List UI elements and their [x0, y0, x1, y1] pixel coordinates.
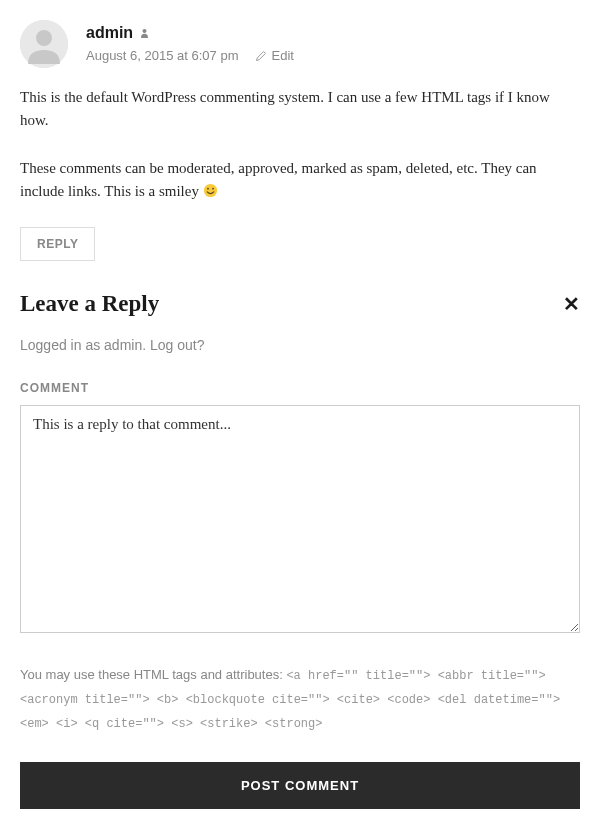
logout-link[interactable]: Log out?	[150, 337, 205, 353]
close-icon[interactable]: ✕	[563, 294, 580, 314]
post-comment-button[interactable]: POST COMMENT	[20, 762, 580, 809]
svg-point-4	[207, 187, 209, 189]
reply-title-row: Leave a Reply ✕	[20, 291, 580, 317]
allowed-tags-note: You may use these HTML tags and attribut…	[20, 663, 580, 736]
logged-in-prefix: Logged in as	[20, 337, 104, 353]
person-icon	[20, 20, 68, 68]
comment-textarea[interactable]: This is a reply to that comment...	[20, 405, 580, 633]
logged-in-status: Logged in as admin. Log out?	[20, 337, 580, 353]
comment-paragraph: These comments can be moderated, approve…	[20, 157, 580, 204]
edit-label[interactable]: Edit	[272, 48, 294, 63]
comment: admin August 6, 2015 at 6:07 pm Edit Thi…	[20, 20, 580, 261]
comment-date[interactable]: August 6, 2015 at 6:07 pm	[86, 48, 239, 63]
reply-title: Leave a Reply	[20, 291, 159, 317]
smiley-icon	[203, 182, 218, 197]
pencil-icon	[255, 50, 267, 62]
comment-body: This is the default WordPress commenting…	[20, 86, 580, 203]
comment-author[interactable]: admin	[86, 24, 133, 42]
author-badge-icon	[139, 28, 150, 39]
svg-point-3	[204, 184, 217, 197]
svg-point-1	[36, 30, 52, 46]
author-line: admin	[86, 24, 580, 42]
comment-paragraph: This is the default WordPress commenting…	[20, 86, 580, 133]
avatar	[20, 20, 68, 68]
comment-header: admin August 6, 2015 at 6:07 pm Edit	[20, 20, 580, 68]
logged-in-user-link[interactable]: admin	[104, 337, 142, 353]
tags-note-prefix: You may use these HTML tags and attribut…	[20, 667, 286, 682]
reply-form: Leave a Reply ✕ Logged in as admin. Log …	[20, 291, 580, 809]
date-line: August 6, 2015 at 6:07 pm Edit	[86, 48, 580, 63]
comment-field-label: COMMENT	[20, 381, 580, 395]
comment-text: These comments can be moderated, approve…	[20, 160, 537, 199]
logged-in-sep: .	[142, 337, 150, 353]
svg-point-2	[143, 28, 147, 32]
edit-link[interactable]: Edit	[255, 48, 294, 63]
reply-button[interactable]: REPLY	[20, 227, 95, 261]
comment-meta: admin August 6, 2015 at 6:07 pm Edit	[86, 20, 580, 68]
svg-point-5	[212, 187, 214, 189]
